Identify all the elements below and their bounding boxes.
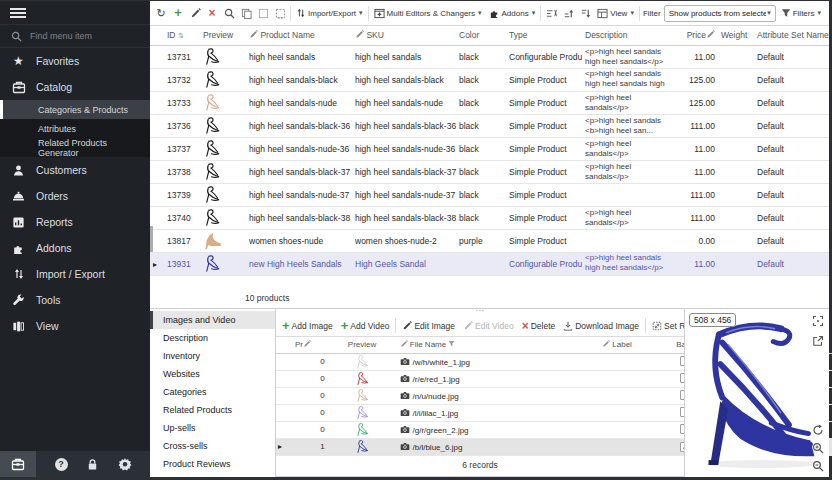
tab-categories[interactable]: Categories [150, 383, 275, 401]
paste-special-button[interactable] [273, 6, 287, 20]
column-header-price[interactable]: Price [674, 26, 718, 45]
row-selector-cell[interactable] [150, 137, 164, 160]
add-product-button[interactable]: + [171, 6, 185, 20]
column-header-label[interactable]: Label [600, 337, 657, 353]
filter-dropdown[interactable]: Show products from selected categories▾ [664, 5, 776, 22]
row-selector-cell[interactable] [276, 438, 293, 455]
sidebar-item-categories-products[interactable]: Categories & Products [0, 100, 150, 119]
row-selector-header[interactable] [150, 26, 164, 45]
edit-product-button[interactable] [188, 6, 202, 20]
row-selector-header[interactable] [276, 337, 293, 353]
column-header-product-name[interactable]: Product Name [246, 26, 352, 45]
multi-editors-menu[interactable]: Multi Editors & Changers▾ [372, 6, 484, 21]
column-header-description[interactable]: Description [582, 26, 674, 45]
cell-color [456, 252, 506, 275]
row-selector-cell[interactable] [276, 387, 293, 404]
download-image-button[interactable]: Download Image [561, 319, 641, 333]
addons-menu[interactable]: Addons▾ [487, 6, 538, 21]
row-selector-cell[interactable] [276, 370, 293, 387]
filters-menu[interactable]: Filters▾ [779, 6, 823, 20]
column-header-preview[interactable]: Preview [327, 337, 398, 353]
sort-text-button[interactable] [544, 6, 558, 20]
cell-preview [200, 91, 246, 114]
product-row[interactable]: 13817 women shoes-nude women shoes-nude-… [150, 229, 829, 252]
column-header-id[interactable]: ID ⇅ [164, 26, 200, 45]
column-header-file-name[interactable]: File Name [398, 337, 601, 353]
view-menu[interactable]: View▾ [595, 6, 636, 21]
tab-related-products[interactable]: Related Products [150, 401, 275, 419]
row-selector-cell[interactable] [150, 68, 164, 91]
row-selector-cell[interactable] [276, 421, 293, 438]
sidebar-item-related-products-generator[interactable]: Related Products Generator [0, 138, 150, 157]
zoom-out-icon[interactable] [810, 458, 825, 473]
lock-icon[interactable] [86, 458, 99, 471]
gear-icon[interactable] [118, 457, 132, 471]
external-link-icon[interactable] [810, 333, 825, 348]
tab-inventory[interactable]: Inventory [150, 347, 275, 365]
checkbox-mode-button[interactable] [256, 6, 270, 20]
product-row[interactable]: 13737 high heel sandals-nude-36 high hee… [150, 137, 829, 160]
column-header-priority[interactable]: Pr [293, 337, 327, 353]
delete-image-button[interactable]: ×Delete [520, 319, 558, 333]
import-export-menu[interactable]: Import/Export▾ [294, 6, 365, 20]
row-selector-cell[interactable] [150, 91, 164, 114]
refresh-button[interactable]: ↻ [154, 6, 168, 20]
sidebar-item-reports[interactable]: Reports [0, 209, 150, 235]
tab-websites[interactable]: Websites [150, 365, 275, 383]
tab-images-and-video[interactable]: Images and Video [150, 311, 275, 329]
toolbar-separator [639, 6, 640, 21]
row-selector-cell[interactable] [276, 353, 293, 370]
expand-tree-button[interactable] [561, 6, 575, 20]
edit-image-button[interactable]: Edit Image [400, 319, 457, 333]
row-selector-cell[interactable] [150, 45, 164, 68]
sidebar-item-tools[interactable]: Tools [0, 287, 150, 313]
column-header-weight[interactable]: Weight [718, 26, 754, 45]
product-row[interactable]: 13731 high heel sandals high heel sandal… [150, 45, 829, 68]
product-row[interactable]: 13732 high heel sandals-black high heel … [150, 68, 829, 91]
product-row[interactable]: 13740 high heel sandals-black-38 high he… [150, 206, 829, 229]
tab-description[interactable]: Description [150, 329, 275, 347]
hamburger-menu-button[interactable] [0, 1, 150, 25]
tab-product-reviews[interactable]: Product Reviews [150, 455, 275, 473]
row-selector-cell[interactable] [150, 252, 164, 275]
tab-up-sells[interactable]: Up-sells [150, 419, 275, 437]
product-row[interactable]: 13738 high heel sandals-black-37 high he… [150, 160, 829, 183]
sidebar-item-orders[interactable]: Orders [0, 183, 150, 209]
product-row[interactable]: 13931 new High Heels Sandals High Geels … [150, 252, 829, 275]
search-products-button[interactable] [222, 6, 236, 20]
product-row[interactable]: 13736 high heel sandals-black-36 high he… [150, 114, 829, 137]
store-manager-button[interactable] [0, 451, 36, 477]
product-row[interactable]: 13739 high heel sandals-nude-37 high hee… [150, 183, 829, 206]
copy-button[interactable] [239, 6, 253, 20]
sidebar-item-import-export[interactable]: Import / Export [0, 261, 150, 287]
sidebar-item-favorites[interactable]: ★Favorites [0, 48, 150, 74]
grid-left-scrollbar[interactable] [150, 226, 153, 252]
row-selector-cell[interactable] [150, 114, 164, 137]
add-video-button[interactable]: +Add Video [339, 319, 392, 333]
row-selector-cell[interactable] [276, 404, 293, 421]
delete-product-button[interactable]: × [205, 6, 219, 20]
sidebar-item-catalog[interactable]: Catalog [0, 74, 150, 100]
column-header-color[interactable]: Color [456, 26, 506, 45]
row-selector-cell[interactable] [150, 183, 164, 206]
collapse-tree-button[interactable] [578, 6, 592, 20]
rotate-icon[interactable] [810, 422, 825, 437]
column-header-preview[interactable]: Preview [200, 26, 246, 45]
zoom-in-icon[interactable] [810, 440, 825, 455]
cell-product-name: high heel sandals-black-37 [246, 160, 352, 183]
product-row[interactable]: 13733 high heel sandals-nude high heel s… [150, 91, 829, 114]
edit-video-button[interactable]: Edit Video [461, 319, 516, 333]
help-icon[interactable]: ? [55, 458, 68, 471]
column-header-attribute-set[interactable]: Attribute Set Name [754, 26, 829, 45]
sidebar-item-addons[interactable]: Addons [0, 235, 150, 261]
sidebar-search[interactable]: Find menu item [0, 25, 150, 48]
sidebar-item-customers[interactable]: Customers [0, 157, 150, 183]
fullscreen-icon[interactable] [810, 313, 825, 328]
add-image-button[interactable]: +Add Image [280, 319, 335, 333]
sidebar-item-view[interactable]: View [0, 313, 150, 339]
row-selector-cell[interactable] [150, 160, 164, 183]
sidebar-item-attributes[interactable]: Attributes [0, 119, 150, 138]
column-header-sku[interactable]: SKU [352, 26, 456, 45]
tab-cross-sells[interactable]: Cross-sells [150, 437, 275, 455]
column-header-type[interactable]: Type [506, 26, 582, 45]
